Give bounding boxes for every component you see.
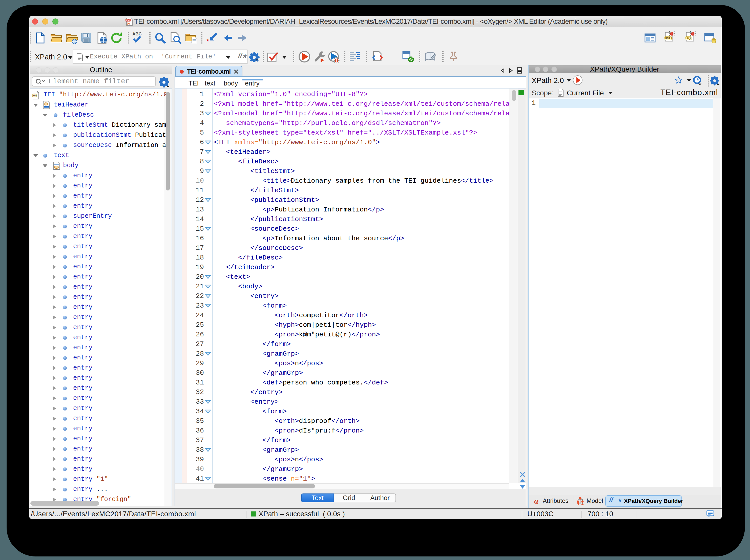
svg-text:TEI: TEI [33,95,37,97]
svg-text:*: * [206,37,209,44]
svg-text:XSLT: XSLT [665,36,673,40]
svg-text:XQ: XQ [686,36,691,40]
svg-text:XML: XML [126,19,131,21]
svg-text:ABC: ABC [132,32,142,36]
svg-text:〈•〉: 〈•〉 [127,22,130,25]
